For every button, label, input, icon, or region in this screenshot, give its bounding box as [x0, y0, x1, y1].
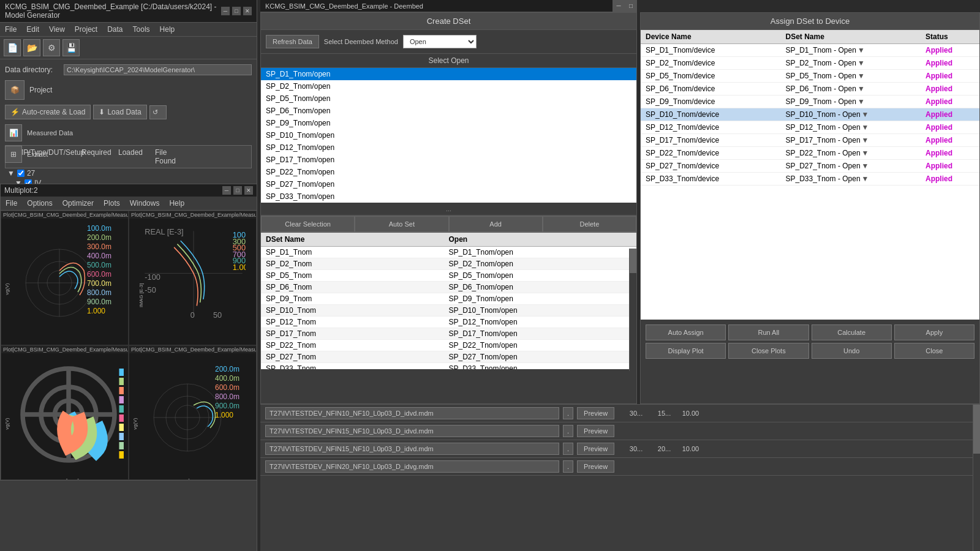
close-plots-button[interactable]: Close Plots: [728, 343, 809, 359]
minimize-button[interactable]: ─: [221, 7, 230, 15]
multiplot-maximize[interactable]: □: [233, 186, 242, 195]
bottom-scroll-thumb[interactable]: [973, 405, 980, 454]
dropdown-icon-1[interactable]: ▼: [858, 59, 865, 67]
dset-scroll-thumb[interactable]: [630, 249, 636, 273]
calculate-button[interactable]: Calculate: [812, 324, 892, 340]
close-button[interactable]: ✕: [243, 7, 252, 15]
open-4: SP_D9_Tnom/open: [449, 294, 632, 303]
list-item-9[interactable]: SP_D27_Tnom/open: [261, 178, 636, 190]
deembed-minimize[interactable]: ─: [612, 0, 625, 12]
list-item-0[interactable]: SP_D1_Tnom/open: [261, 68, 636, 80]
dropdown-icon-7[interactable]: ▼: [862, 136, 869, 144]
browse-btn-0[interactable]: .: [563, 407, 573, 419]
display-plot-button[interactable]: Display Plot: [646, 343, 726, 359]
dset-row-0: SP_D1_TnomSP_D1_Tnom/open: [261, 247, 636, 258]
s21-y-label: vg(V): [4, 418, 10, 430]
list-item-2[interactable]: SP_D5_Tnom/open: [261, 92, 636, 105]
dropdown-icon-4[interactable]: ▼: [858, 97, 865, 106]
file-path-3[interactable]: [265, 460, 559, 473]
open-button[interactable]: 📂: [23, 39, 40, 56]
list-item-10[interactable]: SP_D33_Tnom/open: [261, 190, 636, 203]
dropdown-icon-0[interactable]: ▼: [858, 46, 865, 54]
refresh-data-button[interactable]: Refresh Data: [266, 35, 319, 48]
file-path-0[interactable]: [265, 407, 559, 419]
menu-file[interactable]: File: [2, 24, 19, 35]
dset-row-9: SP_D27_TnomSP_D27_Tnom/open: [261, 351, 636, 363]
dropdown-icon-10[interactable]: ▼: [862, 174, 869, 183]
svg-rect-39: [119, 424, 124, 431]
assign-row-7: SP_D17_Tnom/device SP_D17_Tnom - Open ▼ …: [641, 134, 979, 147]
dset-scrollbar[interactable]: [629, 249, 636, 371]
preview-btn-0[interactable]: Preview: [577, 407, 614, 419]
multiplot-minimize[interactable]: ─: [222, 186, 231, 195]
svg-text:400.0m: 400.0m: [87, 252, 111, 260]
mp-menu-file[interactable]: File: [3, 198, 20, 209]
auto-assign-button[interactable]: Auto Assign: [646, 324, 726, 340]
maximize-button[interactable]: □: [232, 7, 241, 15]
list-item-6[interactable]: SP_D12_Tnom/open: [261, 141, 636, 154]
menu-project[interactable]: Project: [72, 24, 100, 35]
file-path-1[interactable]: [265, 425, 559, 437]
multiplot-close[interactable]: ✕: [244, 186, 253, 195]
close-button[interactable]: Close: [894, 343, 974, 359]
preview-btn-2[interactable]: Preview: [577, 443, 614, 455]
dropdown-icon-3[interactable]: ▼: [858, 84, 865, 93]
undo-button[interactable]: Undo: [812, 343, 892, 359]
clear-selection-button[interactable]: Clear Selection: [261, 216, 355, 232]
svg-text:700.0m: 700.0m: [87, 279, 111, 288]
mp-menu-plots[interactable]: Plots: [101, 198, 123, 209]
menu-edit[interactable]: Edit: [24, 24, 42, 35]
auto-create-load-button[interactable]: ⚡ Auto-create & Load: [5, 105, 91, 119]
file-path-2[interactable]: [265, 443, 559, 455]
dropdown-icon-8[interactable]: ▼: [862, 149, 869, 157]
dropdown-icon-5[interactable]: ▼: [862, 110, 869, 119]
dropdown-icon-6[interactable]: ▼: [862, 123, 869, 132]
delete-button[interactable]: Delete: [543, 216, 636, 232]
menu-tools[interactable]: Tools: [130, 24, 153, 35]
list-item-4[interactable]: SP_D9_Tnom/open: [261, 117, 636, 129]
checkbox-27[interactable]: [17, 170, 24, 177]
list-item-3[interactable]: SP_D6_Tnom/open: [261, 105, 636, 117]
settings-button[interactable]: ⚙: [43, 39, 60, 56]
assign-row-8: SP_D22_Tnom/device SP_D22_Tnom - Open ▼ …: [641, 147, 979, 160]
menu-help[interactable]: Help: [157, 24, 178, 35]
deembed-maximize[interactable]: □: [625, 0, 637, 12]
status-6: Applied: [925, 123, 974, 132]
list-item-5[interactable]: SP_D10_Tnom/open: [261, 129, 636, 141]
menu-view[interactable]: View: [47, 24, 67, 35]
multiplot-menu-bar: File Options Optimizer Plots Windows Hel…: [1, 197, 257, 211]
mp-menu-help[interactable]: Help: [167, 198, 187, 209]
list-item-1[interactable]: SP_D2_Tnom/open: [261, 80, 636, 92]
status-10: Applied: [925, 174, 974, 183]
save-button[interactable]: 💾: [62, 39, 80, 56]
run-all-button[interactable]: Run All: [728, 324, 809, 340]
add-button[interactable]: Add: [449, 216, 543, 232]
assign-row-0: SP_D1_Tnom/device SP_D1_Tnom - Open ▼ Ap…: [641, 44, 979, 57]
preview-btn-3[interactable]: Preview: [577, 460, 614, 473]
dropdown-icon-9[interactable]: ▼: [862, 162, 869, 170]
assign-dset-4: SP_D9_Tnom - Open ▼: [786, 97, 926, 106]
refresh-data-button[interactable]: ↺: [149, 105, 167, 119]
bottom-scrollbar[interactable]: [973, 405, 980, 551]
list-item-8[interactable]: SP_D22_Tnom/open: [261, 166, 636, 178]
browse-btn-1[interactable]: .: [563, 425, 573, 437]
menu-data[interactable]: Data: [105, 24, 125, 35]
svg-rect-36: [119, 396, 124, 403]
mp-menu-options[interactable]: Options: [24, 198, 55, 209]
new-button[interactable]: 📄: [4, 39, 21, 56]
preview-btn-1[interactable]: Preview: [577, 425, 614, 437]
apply-button[interactable]: Apply: [894, 324, 974, 340]
mp-menu-windows[interactable]: Windows: [127, 198, 162, 209]
browse-btn-2[interactable]: .: [563, 443, 573, 455]
assign-row-9: SP_D27_Tnom/device SP_D27_Tnom - Open ▼ …: [641, 160, 979, 173]
dropdown-icon-2[interactable]: ▼: [858, 72, 865, 80]
deembed-method-select[interactable]: Open Short Open-Short: [403, 35, 477, 48]
data-dir-input[interactable]: [64, 64, 252, 75]
auto-set-button[interactable]: Auto Set: [355, 216, 448, 232]
mp-menu-optimizer[interactable]: Optimizer: [60, 198, 96, 209]
measured-data-label: Measured Data: [27, 129, 73, 137]
load-data-button[interactable]: ⬇ Load Data: [93, 105, 146, 119]
list-item-7[interactable]: SP_D17_Tnom/open: [261, 154, 636, 166]
browse-btn-3[interactable]: .: [563, 460, 573, 473]
open-6: SP_D12_Tnom/open: [449, 318, 632, 326]
